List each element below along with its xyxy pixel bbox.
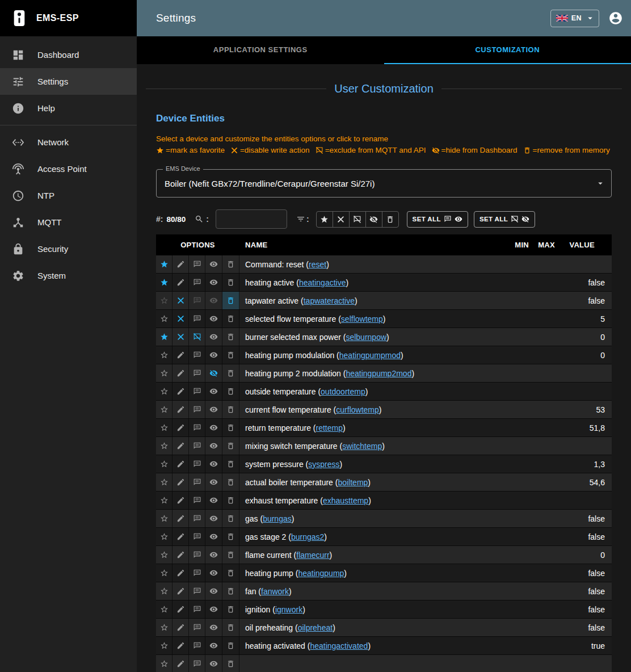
disable-write-toggle[interactable] (173, 655, 189, 672)
remove-toggle[interactable] (222, 546, 239, 564)
hide-toggle[interactable] (205, 528, 222, 545)
favorite-toggle[interactable] (156, 655, 173, 672)
favorite-toggle[interactable] (156, 528, 173, 545)
entity-name[interactable]: system pressure (syspress) (245, 460, 342, 469)
sidebar-item-network[interactable]: Network (0, 129, 137, 156)
sidebar-item-system[interactable]: System (0, 262, 137, 289)
remove-toggle[interactable] (222, 328, 239, 346)
remove-toggle[interactable] (222, 419, 239, 436)
entity-shortname-link[interactable]: tapwateractive (304, 296, 355, 305)
hide-toggle[interactable] (205, 473, 222, 491)
disable-write-all-button[interactable] (333, 211, 350, 228)
remove-toggle[interactable] (222, 346, 239, 364)
exclude-mqtt-toggle[interactable] (189, 255, 205, 273)
disable-write-toggle[interactable] (173, 637, 189, 654)
disable-write-toggle[interactable] (173, 510, 189, 527)
exclude-mqtt-all-button[interactable] (349, 211, 366, 228)
hide-toggle[interactable] (205, 546, 222, 564)
exclude-mqtt-toggle[interactable] (189, 473, 205, 491)
hide-toggle[interactable] (205, 310, 222, 327)
entity-shortname-link[interactable]: exhausttemp (323, 496, 368, 505)
hide-toggle[interactable] (205, 510, 222, 527)
search-input[interactable] (216, 209, 287, 229)
hide-toggle[interactable] (205, 346, 222, 364)
sidebar-item-dashboard[interactable]: Dashboard (0, 41, 137, 68)
remove-toggle[interactable] (222, 619, 239, 636)
favorite-toggle[interactable] (156, 492, 173, 509)
favorite-toggle[interactable] (156, 292, 173, 309)
hide-toggle[interactable] (205, 383, 222, 400)
entity-shortname-link[interactable]: selburnpow (346, 333, 386, 342)
entity-name[interactable]: selected flow temperature (selflowtemp) (245, 314, 385, 324)
hide-toggle[interactable] (205, 619, 222, 636)
entity-shortname-link[interactable]: outdoortemp (321, 387, 365, 396)
remove-toggle[interactable] (222, 364, 239, 382)
entity-name[interactable]: heating pump (heatingpump) (245, 569, 347, 578)
account-icon[interactable] (608, 11, 623, 26)
entity-shortname-link[interactable]: rettemp (316, 423, 343, 432)
favorite-toggle[interactable] (156, 473, 173, 491)
entity-shortname-link[interactable]: heatingactivated (310, 641, 368, 650)
remove-toggle[interactable] (222, 492, 239, 509)
exclude-mqtt-toggle[interactable] (189, 619, 205, 636)
exclude-mqtt-toggle[interactable] (189, 437, 205, 455)
entity-shortname-link[interactable]: reset (309, 260, 326, 269)
entity-shortname-link[interactable]: heatingpump (298, 569, 344, 578)
favorite-toggle[interactable] (156, 364, 173, 382)
tab-customization[interactable]: CUSTOMIZATION (384, 36, 631, 64)
entity-name[interactable]: gas (burngas) (245, 514, 294, 523)
favorite-toggle[interactable] (156, 328, 173, 346)
disable-write-toggle[interactable] (173, 528, 189, 545)
exclude-mqtt-toggle[interactable] (189, 401, 205, 418)
tab-application-settings[interactable]: APPLICATION SETTINGS (137, 36, 384, 64)
exclude-mqtt-toggle[interactable] (189, 328, 205, 346)
hide-toggle[interactable] (205, 401, 222, 418)
entity-name[interactable]: Command: reset (reset) (245, 260, 329, 269)
remove-toggle[interactable] (222, 292, 239, 309)
entity-shortname-link[interactable]: switchtemp (342, 442, 382, 451)
sidebar-item-security[interactable]: Security (0, 236, 137, 262)
disable-write-toggle[interactable] (173, 437, 189, 455)
favorite-toggle[interactable] (156, 310, 173, 327)
remove-toggle[interactable] (222, 582, 239, 600)
entity-name[interactable]: burner selected max power (selburnpow) (245, 333, 389, 342)
entity-name[interactable]: tapwater active (tapwateractive) (245, 296, 357, 305)
remove-toggle[interactable] (222, 510, 239, 527)
sidebar-item-help[interactable]: Help (0, 95, 137, 121)
hide-toggle[interactable] (205, 455, 222, 473)
entity-name[interactable]: heating activated (heatingactivated) (245, 641, 371, 650)
set-all-show-button[interactable]: SET ALL (407, 211, 468, 228)
disable-write-toggle[interactable] (173, 492, 189, 509)
disable-write-toggle[interactable] (173, 328, 189, 346)
remove-toggle[interactable] (222, 455, 239, 473)
entity-name[interactable]: actual boiler temperature (boiltemp) (245, 478, 371, 487)
disable-write-toggle[interactable] (173, 619, 189, 636)
remove-toggle[interactable] (222, 437, 239, 455)
entity-shortname-link[interactable]: burngas (263, 514, 292, 523)
exclude-mqtt-toggle[interactable] (189, 364, 205, 382)
entity-name[interactable]: flame current (flamecurr) (245, 551, 332, 560)
hide-toggle[interactable] (205, 274, 222, 291)
entity-shortname-link[interactable]: syspress (308, 460, 339, 469)
hide-toggle[interactable] (205, 600, 222, 618)
hide-toggle[interactable] (205, 637, 222, 654)
remove-toggle[interactable] (222, 473, 239, 491)
hide-toggle[interactable] (205, 364, 222, 382)
hide-toggle[interactable] (205, 655, 222, 672)
sidebar-item-ntp[interactable]: NTP (0, 182, 137, 209)
entity-shortname-link[interactable]: fanwork (261, 587, 289, 596)
exclude-mqtt-toggle[interactable] (189, 600, 205, 618)
entity-name[interactable]: heating pump modulation (heatingpumpmod) (245, 351, 403, 360)
remove-toggle[interactable] (222, 274, 239, 291)
remove-toggle[interactable] (222, 255, 239, 273)
entity-name[interactable]: oil preheating (oilpreheat) (245, 623, 335, 632)
favorite-toggle[interactable] (156, 546, 173, 564)
remove-toggle[interactable] (222, 564, 239, 582)
exclude-mqtt-toggle[interactable] (189, 455, 205, 473)
hide-toggle[interactable] (205, 492, 222, 509)
favorite-toggle[interactable] (156, 274, 173, 291)
favorite-toggle[interactable] (156, 455, 173, 473)
disable-write-toggle[interactable] (173, 546, 189, 564)
entity-name[interactable]: gas stage 2 (burngas2) (245, 532, 327, 541)
disable-write-toggle[interactable] (173, 292, 189, 309)
